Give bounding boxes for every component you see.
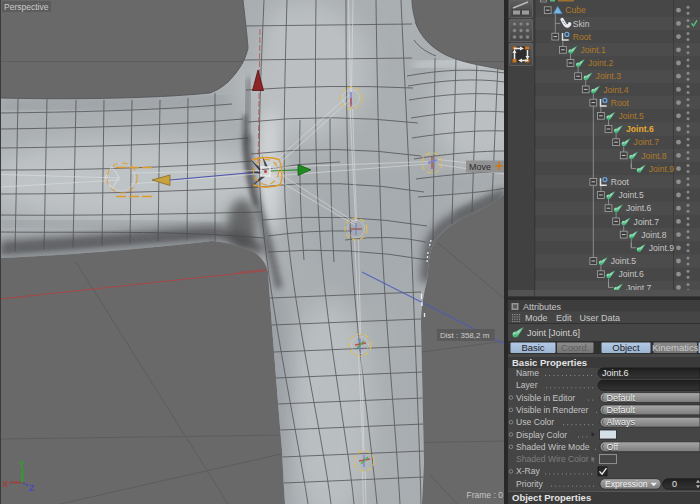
svg-text:Joint.1: Joint.1	[580, 45, 606, 55]
svg-text:Root: Root	[611, 98, 630, 108]
svg-text:Shaded Wire Color: Shaded Wire Color	[516, 454, 589, 464]
svg-text:X-Ray: X-Ray	[516, 466, 541, 476]
svg-text:Mode: Mode	[525, 313, 548, 323]
svg-text:Name: Name	[516, 368, 539, 378]
svg-text:Always: Always	[607, 417, 636, 427]
svg-text:Root: Root	[573, 32, 592, 42]
svg-text:Basic Properties: Basic Properties	[512, 357, 587, 368]
svg-text:Visible in Editor: Visible in Editor	[516, 393, 575, 403]
svg-text:Frame : 0: Frame : 0	[467, 490, 504, 500]
svg-text:Joint.5: Joint.5	[618, 190, 644, 200]
svg-text:Joint.6: Joint.6	[626, 203, 652, 213]
svg-text:Joint.6: Joint.6	[626, 124, 654, 134]
svg-text:Joint.5: Joint.5	[611, 256, 637, 266]
svg-text:Joint.9: Joint.9	[649, 243, 675, 253]
svg-text:Y: Y	[19, 459, 25, 469]
svg-text:Perspective: Perspective	[4, 2, 49, 12]
svg-text:Attributes: Attributes	[523, 302, 562, 312]
svg-text:Shaded Wire Mode: Shaded Wire Mode	[516, 442, 590, 452]
svg-text:Cube: Cube	[565, 5, 586, 15]
svg-text:Joint.4: Joint.4	[603, 85, 629, 95]
svg-text:Kinematics: Kinematics	[652, 342, 699, 353]
svg-text:Joint.3: Joint.3	[596, 71, 622, 81]
svg-text:Coord.: Coord.	[561, 342, 590, 353]
svg-text:Basic: Basic	[521, 342, 544, 353]
svg-text:Joint.8: Joint.8	[641, 151, 667, 161]
svg-text:Joint.6: Joint.6	[602, 368, 629, 378]
svg-text:X: X	[3, 479, 9, 489]
svg-text:Joint.5: Joint.5	[618, 111, 644, 121]
svg-text:Off: Off	[607, 442, 619, 452]
svg-text:Priority: Priority	[516, 479, 543, 489]
svg-text:Z: Z	[29, 483, 34, 493]
svg-text:Joint.8: Joint.8	[641, 230, 667, 240]
svg-text:Joint.6: Joint.6	[618, 269, 644, 279]
svg-text:Default: Default	[607, 393, 636, 403]
svg-text:Expression: Expression	[605, 479, 648, 489]
svg-text:Object Properties: Object Properties	[512, 492, 591, 503]
svg-text:Joint.7: Joint.7	[634, 137, 660, 147]
svg-text:Joint.2: Joint.2	[588, 58, 614, 68]
svg-text:0: 0	[672, 479, 677, 489]
svg-text:Skin: Skin	[573, 19, 590, 29]
svg-text:Object: Object	[612, 342, 640, 353]
svg-text:Layer: Layer	[516, 380, 538, 390]
svg-text:Move: Move	[469, 162, 491, 172]
svg-text:Joint.7: Joint.7	[634, 217, 660, 227]
svg-text:Joint.9: Joint.9	[649, 164, 675, 174]
svg-text:Default: Default	[607, 405, 636, 415]
svg-text:User Data: User Data	[580, 313, 621, 323]
svg-text:Use Color: Use Color	[516, 417, 554, 427]
svg-text:Display Color: Display Color	[516, 430, 567, 440]
svg-text:Dist : 358,2 m: Dist : 358,2 m	[440, 331, 490, 340]
svg-text:Visible in Renderer: Visible in Renderer	[516, 405, 589, 415]
svg-text:Root: Root	[611, 177, 630, 187]
svg-text:Joint [Joint.6]: Joint [Joint.6]	[527, 328, 580, 338]
svg-text:Edit: Edit	[556, 313, 572, 323]
